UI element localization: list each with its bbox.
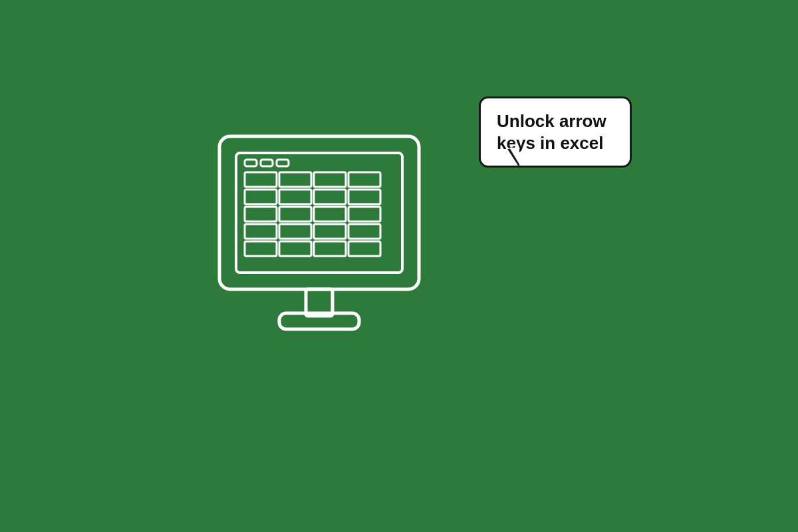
svg-rect-2 <box>245 160 257 166</box>
main-scene: Unlock arrow keys in excel <box>166 83 632 449</box>
svg-rect-10 <box>279 190 311 204</box>
svg-rect-1 <box>236 153 402 273</box>
svg-rect-4 <box>277 160 289 166</box>
svg-rect-11 <box>314 190 346 204</box>
svg-rect-23 <box>314 241 346 256</box>
svg-rect-18 <box>279 224 311 239</box>
svg-rect-17 <box>245 224 277 239</box>
svg-rect-9 <box>245 190 277 204</box>
speech-bubble: Unlock arrow keys in excel <box>479 96 632 168</box>
svg-rect-24 <box>348 241 380 256</box>
svg-rect-22 <box>279 241 311 256</box>
svg-rect-16 <box>348 207 380 221</box>
svg-rect-3 <box>261 160 273 166</box>
svg-rect-20 <box>348 224 380 239</box>
svg-rect-14 <box>279 207 311 221</box>
svg-rect-12 <box>348 190 380 204</box>
svg-rect-19 <box>314 224 346 239</box>
svg-rect-15 <box>314 207 346 221</box>
monitor-illustration <box>200 123 452 405</box>
svg-rect-6 <box>279 172 311 187</box>
svg-rect-5 <box>245 172 277 187</box>
svg-rect-13 <box>245 207 277 221</box>
svg-rect-8 <box>348 172 380 187</box>
svg-rect-21 <box>245 241 277 256</box>
svg-rect-7 <box>314 172 346 187</box>
speech-bubble-text: Unlock arrow keys in excel <box>497 111 606 153</box>
